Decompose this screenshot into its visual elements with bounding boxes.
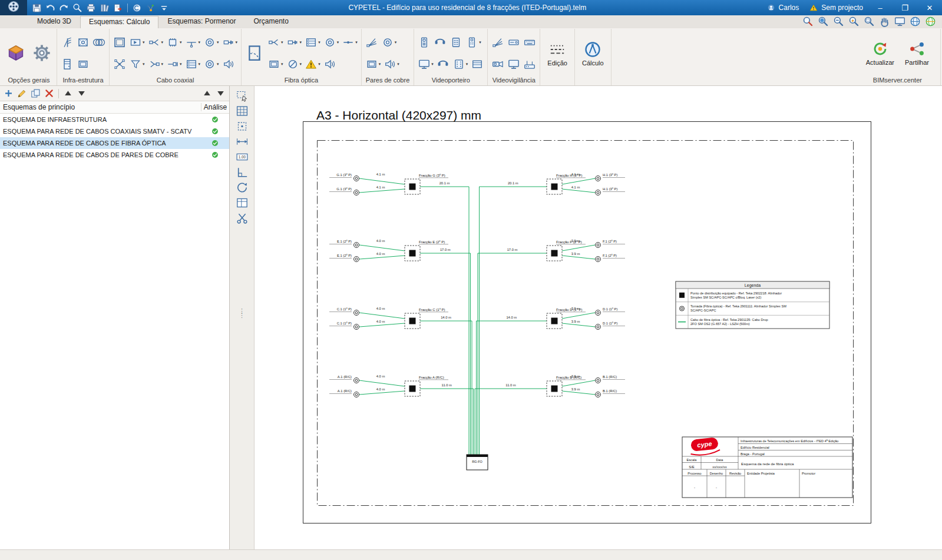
combiner-icon[interactable]: ▾ [147,58,164,71]
orbit-icon[interactable] [234,181,250,194]
schema-row[interactable]: ESQUEMA PARA REDE DE CABOS DE PARES DE C… [0,149,229,161]
network-node-icon[interactable] [113,58,127,71]
dimension-icon[interactable] [234,135,250,148]
fo-patch-panel-dropdown-caret[interactable]: ▾ [318,40,320,45]
add-icon[interactable] [2,88,15,99]
general-options-icon[interactable] [4,42,28,64]
zoom-out-icon[interactable] [832,15,845,28]
amplifier-dropdown-caret[interactable]: ▾ [143,40,145,45]
connector-icon[interactable]: ▾ [222,36,239,49]
move-down-icon[interactable] [75,88,88,99]
handset-icon[interactable] [436,58,450,71]
frame-icon[interactable] [113,36,127,49]
multiswitch-icon[interactable]: ▾ [166,36,183,49]
drawing-viewport[interactable]: A3 - Horizontal (420x297) mmG.1 (3º P)G.… [254,86,942,549]
zoom-world-icon[interactable] [817,15,830,28]
keypad-icon[interactable] [449,36,463,49]
button-panel-icon[interactable]: ▾ [452,58,469,71]
scale-1-icon[interactable]: 1.00 [234,150,250,164]
fo-meter-icon[interactable] [323,58,337,71]
cabinet-door-icon[interactable] [244,35,265,71]
pan-hand-icon[interactable] [878,15,891,28]
rack-cabinet-icon[interactable] [60,58,74,71]
fo-attenuator-dropdown-caret[interactable]: ▾ [300,62,302,67]
tab-modelo-3d[interactable]: Modelo 3D [28,15,80,28]
fo-box-dropdown-caret[interactable]: ▾ [281,62,283,67]
intercom-panel-icon[interactable] [417,36,431,49]
project-status[interactable]: Sem projecto [804,3,868,12]
ortho-icon[interactable] [234,165,250,179]
copper-box-icon[interactable]: ▾ [365,58,382,71]
close-button[interactable]: ✕ [917,0,942,15]
coax-socket-dropdown-caret[interactable]: ▾ [217,62,219,67]
license-icon[interactable] [131,2,143,14]
monitor-dropdown-caret[interactable]: ▾ [431,62,434,67]
camera-icon[interactable] [491,58,505,71]
fo-outlet-dropdown-caret[interactable]: ▾ [337,40,339,45]
fo-warning-dropdown-caret[interactable]: ▾ [318,62,320,67]
save-icon[interactable] [31,2,43,14]
app-logo[interactable] [0,0,27,15]
zoom-edit-icon[interactable] [847,15,861,28]
copper-meter-icon[interactable]: ▾ [383,58,400,71]
copper-meter-dropdown-caret[interactable]: ▾ [397,62,399,67]
fo-warning-icon[interactable]: ▾ [304,58,321,71]
cctv-wiring-icon[interactable] [491,36,505,49]
zoom-previous-icon[interactable] [801,15,815,28]
terminator-icon[interactable]: ▾ [166,58,183,71]
library-icon[interactable] [98,2,111,14]
monitor-icon[interactable]: ▾ [417,58,434,71]
tap-dropdown-caret[interactable]: ▾ [199,40,201,45]
print-resources-icon[interactable] [85,2,97,14]
router-icon[interactable] [523,58,537,71]
sort-down-icon[interactable] [214,88,227,99]
toolstrip-handle[interactable]: ⋮⋮ [239,309,245,317]
fo-patch-panel-icon[interactable]: ▾ [304,36,321,49]
actualizar-button[interactable]: Actualizar [862,40,898,66]
headend-dropdown-caret[interactable]: ▾ [199,62,201,67]
door-station-dropdown-caret[interactable]: ▾ [479,40,481,45]
minimize-button[interactable]: – [868,0,893,15]
coax-socket-icon[interactable]: ▾ [203,58,220,71]
zoom-window-icon[interactable] [862,15,876,28]
web-globe-icon[interactable] [908,15,922,28]
fo-outlet-icon[interactable]: ▾ [323,36,340,49]
tap-icon[interactable]: ▾ [184,36,201,49]
sort-up-icon[interactable] [201,88,213,99]
tab-esquemas-pormenor[interactable]: Esquemas: Pormenor [158,15,244,28]
search-icon[interactable] [71,2,84,14]
filter-lg-dropdown-caret[interactable]: ▾ [143,62,145,67]
wall-box-icon[interactable] [76,58,90,71]
copper-box-dropdown-caret[interactable]: ▾ [379,62,381,67]
undo-icon[interactable] [44,2,57,14]
tv-outlet-icon[interactable]: ▾ [203,36,220,49]
c-lculo-button[interactable]: Cálculo [578,41,608,67]
delete-icon[interactable] [43,88,55,99]
headend-icon[interactable]: ▾ [184,58,201,71]
door-station-icon[interactable]: ▾ [465,36,482,49]
edit-pencil-icon[interactable] [16,88,28,99]
antenna-icon[interactable] [60,36,74,49]
toolbar-options-icon[interactable] [158,2,170,14]
copper-socket-dropdown-caret[interactable]: ▾ [395,40,397,45]
button-panel-dropdown-caret[interactable]: ▾ [466,62,468,67]
recorder-icon[interactable] [507,36,521,49]
tab-esquemas-c-lculo[interactable]: Esquemas: Cálculo [80,16,158,29]
fo-connector-dropdown-caret[interactable]: ▾ [300,40,302,45]
duplicate-icon[interactable] [29,88,42,99]
fo-splice-dropdown-caret[interactable]: ▾ [355,40,358,45]
filter-lg-icon[interactable]: ▾ [128,58,146,71]
edi-o-button[interactable]: Edição [543,41,571,67]
splitter-dropdown-caret[interactable]: ▾ [161,40,164,45]
cable-coil-icon[interactable] [92,36,106,49]
junction-box-icon[interactable] [76,36,90,49]
fo-connector-icon[interactable]: ▾ [286,36,303,49]
cut-icon[interactable] [234,211,250,225]
user-chip[interactable]: Carlos [761,3,804,12]
fo-box-icon[interactable]: ▾ [267,58,284,71]
schema-row[interactable]: ESQUEMA PARA REDE DE CABOS COAXIAIS SMAT… [0,125,229,137]
bimserver-globe-icon[interactable] [924,15,937,28]
select-window-icon[interactable] [234,89,250,102]
splitter-icon[interactable]: ▾ [147,36,164,49]
schema-row[interactable]: ESQUEMA PARA REDE DE CABOS DE FIBRA ÓPTI… [0,137,229,149]
